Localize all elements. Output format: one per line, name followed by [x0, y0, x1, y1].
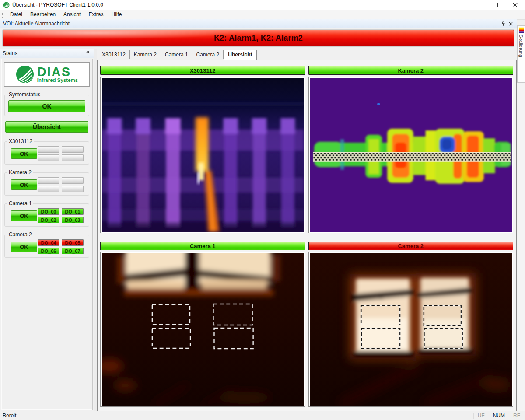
statusbar-uf: UF [473, 413, 489, 419]
output-indicator [38, 186, 60, 192]
group-camera1: Camera 1 OK DO_00 DO_01 DO_02 DO_03 [4, 203, 89, 227]
do-03-indicator[interactable]: DO_03 [62, 217, 84, 223]
do-06-indicator[interactable]: DO_06 [38, 248, 60, 254]
tab-camera2[interactable]: Camera 2 [192, 50, 224, 60]
panel-kamera2: Kamera 2 [308, 66, 514, 233]
status-bar: Bereit UF NUM RF [0, 411, 525, 420]
panel-camera2-statusbar: Camera 2 [308, 242, 514, 250]
close-button[interactable] [505, 0, 525, 10]
thermal-palette-icon [519, 27, 524, 33]
group-label: Kamera 2 [7, 169, 33, 175]
pin-icon[interactable] [501, 21, 506, 26]
minimize-button[interactable] [466, 0, 486, 10]
panel-x3013112-image[interactable] [100, 77, 305, 233]
menu-bearbeiten[interactable]: Bearbeiten [26, 10, 60, 19]
status-panel-body: DIAS Infrared Systems Systemstatus OK Üb… [1, 59, 93, 410]
close-panel-icon[interactable] [508, 21, 513, 26]
tab-skalierung[interactable]: Skalierung [517, 25, 525, 83]
kamera2-ok-button[interactable]: OK [11, 179, 37, 190]
camera2-ok-button[interactable]: OK [11, 242, 37, 252]
do-05-indicator[interactable]: DO_05 [62, 239, 84, 246]
output-indicator [62, 154, 84, 161]
group-label: Camera 1 [7, 200, 33, 206]
output-indicator [62, 146, 84, 153]
panel-camera1-image[interactable] [100, 252, 305, 407]
output-indicator [62, 186, 84, 192]
menu-datei[interactable]: Datei [6, 10, 26, 19]
alarm-message: K2: Alarm1, K2: Alarm2 [214, 34, 303, 43]
output-indicator [38, 146, 60, 153]
group-x3013112: X3013112 OK [4, 141, 89, 164]
status-panel-title: Status [3, 50, 18, 56]
window-title: Übersicht - PYROSOFT Client1 1.0.0.0 [12, 2, 103, 8]
camera1-ok-button[interactable]: OK [11, 210, 37, 221]
statusbar-ready: Bereit [3, 413, 16, 419]
menu-extras[interactable]: Extras [84, 10, 107, 19]
tab-x3013112[interactable]: X3013112 [98, 50, 130, 60]
x3013112-ok-button[interactable]: OK [11, 148, 37, 159]
do-00-indicator[interactable]: DO_00 [38, 208, 60, 215]
restore-button[interactable] [486, 0, 505, 10]
status-sidebar: Status DIAS Infrared Systems [0, 49, 94, 411]
title-bar: Übersicht - PYROSOFT Client1 1.0.0.0 [0, 0, 525, 10]
app-logo-icon [3, 2, 10, 8]
menu-hilfe[interactable]: Hilfe [108, 10, 126, 19]
menu-bar: Datei Bearbeiten Ansicht Extras Hilfe [0, 10, 525, 20]
menu-ansicht[interactable]: Ansicht [60, 10, 84, 19]
panel-kamera2-image[interactable] [308, 77, 514, 233]
do-04-indicator[interactable]: DO_04 [38, 239, 60, 246]
do-01-indicator[interactable]: DO_01 [62, 208, 84, 215]
dias-logo: DIAS Infrared Systems [4, 62, 90, 87]
group-label: Camera 2 [7, 231, 33, 238]
panel-camera1: Camera 1 [100, 242, 305, 407]
sidebar-splitter[interactable] [94, 49, 97, 411]
pin-icon[interactable] [85, 51, 90, 56]
statusbar-rf: RF [509, 413, 524, 419]
panel-camera1-statusbar: Camera 1 [100, 242, 305, 250]
voi-panel-header: VOI: Aktuelle Alarmnachricht [0, 19, 517, 28]
overview-content: X3013112 [97, 60, 517, 413]
output-indicator [38, 154, 60, 161]
statusbar-num: NUM [489, 413, 509, 419]
output-indicator [38, 177, 60, 184]
toolbar-grip[interactable] [2, 11, 4, 18]
group-label: Systemstatus [7, 91, 42, 98]
autohide-strip: Skalierung [517, 24, 525, 411]
main-view: X3013112 Kamera 2 Camera 1 Camera 2 Über… [97, 49, 517, 411]
do-07-indicator[interactable]: DO_07 [62, 248, 84, 254]
panel-x3013112-statusbar: X3013112 [100, 66, 305, 75]
alarm-zone: K2: Alarm1, K2: Alarm2 [0, 28, 517, 49]
group-kamera2: Kamera 2 OK [4, 172, 89, 196]
group-label: X3013112 [7, 138, 34, 144]
do-02-indicator[interactable]: DO_02 [38, 217, 60, 223]
output-indicator [62, 177, 84, 184]
dias-logo-icon [16, 65, 34, 84]
view-tabstrip: X3013112 Kamera 2 Camera 1 Camera 2 Über… [97, 50, 517, 60]
panel-x3013112: X3013112 [100, 66, 305, 233]
panel-camera2: Camera 2 [308, 242, 514, 407]
alarm-banner: K2: Alarm1, K2: Alarm2 [3, 30, 514, 46]
tab-kamera2[interactable]: Kamera 2 [130, 50, 161, 60]
logo-brand: DIAS [37, 66, 78, 77]
tab-camera1[interactable]: Camera 1 [161, 50, 192, 60]
skalierung-label: Skalierung [518, 35, 524, 57]
voi-panel-title: VOI: Aktuelle Alarmnachricht [3, 21, 70, 27]
panel-camera2-image[interactable] [308, 252, 514, 407]
systemstatus-ok-button[interactable]: OK [8, 100, 85, 112]
group-systemstatus: Systemstatus OK [4, 94, 89, 116]
panel-kamera2-statusbar: Kamera 2 [308, 66, 514, 75]
overview-button[interactable]: Übersicht [5, 121, 88, 133]
status-panel-header: Status [0, 49, 94, 58]
tab-uebersicht[interactable]: Übersicht [224, 50, 256, 60]
logo-tagline: Infrared Systems [37, 77, 78, 83]
group-camera2: Camera 2 OK DO_04 DO_05 DO_06 DO_07 [4, 234, 89, 258]
